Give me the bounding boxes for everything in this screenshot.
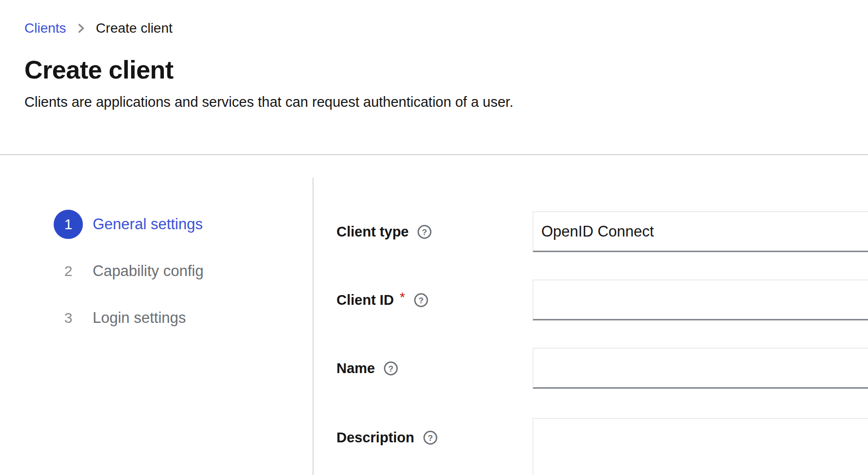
page-title: Create client <box>24 55 513 85</box>
client-type-label: Client type <box>336 224 409 240</box>
step-2-label: Capability config <box>93 262 203 280</box>
svg-text:?: ? <box>428 434 433 443</box>
wizard-step-capability-config[interactable]: 2 Capability config <box>54 257 203 286</box>
client-id-label: Client ID <box>336 292 394 308</box>
client-type-label-group: Client type ? <box>336 224 533 240</box>
svg-text:?: ? <box>418 296 423 305</box>
breadcrumb-clients-link[interactable]: Clients <box>24 20 66 37</box>
help-icon[interactable]: ? <box>423 430 438 445</box>
description-row: Description ? <box>336 418 868 475</box>
description-label-group: Description ? <box>336 430 533 446</box>
create-client-form: Client type ? OpenID Connect Client ID *… <box>336 211 868 475</box>
step-3-badge: 3 <box>54 303 83 333</box>
name-input[interactable] <box>533 348 868 389</box>
name-control <box>533 348 868 389</box>
client-type-control: OpenID Connect <box>533 211 868 252</box>
page-header: Create client Clients are applications a… <box>24 55 513 111</box>
vertical-divider <box>313 178 314 475</box>
chevron-right-icon <box>77 23 85 34</box>
help-icon[interactable]: ? <box>414 293 429 308</box>
client-id-row: Client ID * ? <box>336 279 868 320</box>
section-divider <box>0 154 868 155</box>
page-subtitle: Clients are applications and services th… <box>24 93 513 111</box>
client-id-control <box>533 279 868 320</box>
step-2-badge: 2 <box>54 257 83 286</box>
client-type-row: Client type ? OpenID Connect <box>336 211 868 252</box>
required-indicator: * <box>400 290 405 305</box>
step-3-label: Login settings <box>93 309 186 327</box>
name-row: Name ? <box>336 348 868 389</box>
description-control <box>533 418 868 475</box>
step-1-label: General settings <box>93 216 203 233</box>
help-icon[interactable]: ? <box>383 361 398 376</box>
wizard-step-general-settings[interactable]: 1 General settings <box>54 210 203 239</box>
client-id-input[interactable] <box>533 279 868 320</box>
wizard-step-nav: 1 General settings 2 Capability config 3… <box>54 210 203 333</box>
step-1-badge: 1 <box>54 210 83 239</box>
name-label: Name <box>336 360 375 376</box>
wizard-step-login-settings[interactable]: 3 Login settings <box>54 303 203 333</box>
client-id-label-group: Client ID * ? <box>336 292 533 308</box>
help-icon[interactable]: ? <box>417 224 432 239</box>
description-textarea[interactable] <box>533 418 868 475</box>
breadcrumb: Clients Create client <box>24 20 173 37</box>
description-label: Description <box>336 430 414 446</box>
svg-text:?: ? <box>422 227 427 237</box>
client-type-select[interactable]: OpenID Connect <box>533 211 868 252</box>
breadcrumb-current-page: Create client <box>96 20 173 37</box>
svg-text:?: ? <box>388 364 393 373</box>
name-label-group: Name ? <box>336 360 533 376</box>
